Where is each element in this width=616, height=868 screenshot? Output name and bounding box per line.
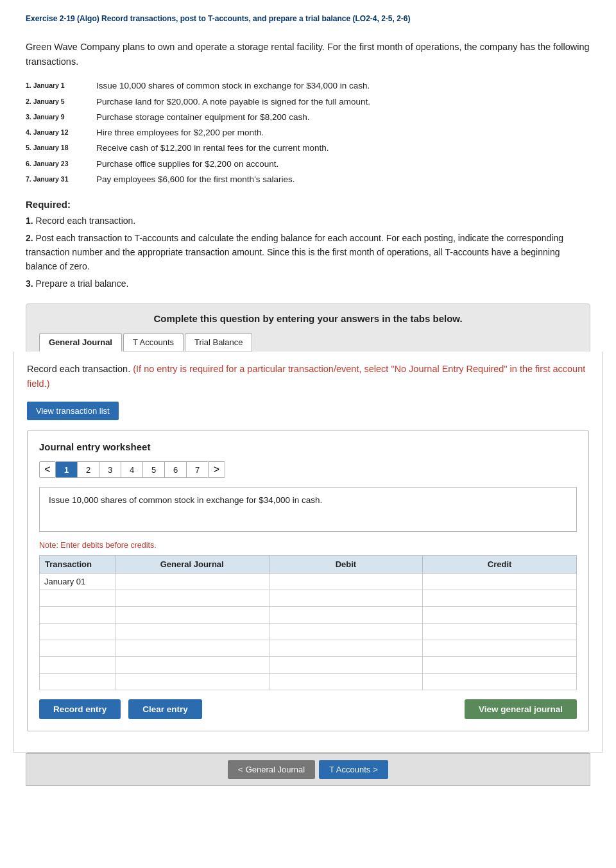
- general-journal-cell[interactable]: [115, 574, 269, 590]
- next-icon: >: [373, 765, 378, 774]
- tx-text: Receive cash of $12,200 in rental fees f…: [96, 142, 590, 155]
- transaction-date: January 01: [44, 577, 85, 586]
- table-row: [40, 624, 577, 640]
- debit-input[interactable]: [274, 577, 418, 586]
- question-box-title: Complete this question by entering your …: [39, 313, 577, 324]
- credit-input[interactable]: [427, 610, 572, 620]
- general-journal-cell[interactable]: [115, 624, 269, 640]
- credit-input[interactable]: [427, 577, 572, 586]
- nav-num-6[interactable]: 6: [165, 461, 187, 478]
- table-row: [40, 607, 577, 624]
- debit-cell[interactable]: [269, 657, 423, 674]
- nav-numbers: 1 2 3 4 5 6 7: [56, 461, 209, 478]
- problem-text: Green Wave Company plans to own and oper…: [26, 40, 590, 69]
- credit-cell[interactable]: [423, 657, 577, 674]
- general-journal-cell[interactable]: [115, 674, 269, 690]
- transaction-date-cell: [40, 640, 116, 657]
- credit-input[interactable]: [427, 677, 572, 686]
- debit-input[interactable]: [274, 677, 418, 686]
- debit-input[interactable]: [274, 627, 418, 636]
- nav-num-4[interactable]: 4: [121, 461, 143, 478]
- required-text: Record each transaction.: [36, 216, 136, 226]
- general-journal-input[interactable]: [120, 660, 264, 670]
- transaction-date-cell: [40, 624, 116, 640]
- col-header-general-journal: General Journal: [115, 556, 269, 574]
- required-num: 2.: [26, 233, 33, 243]
- nav-num-7[interactable]: 7: [187, 461, 209, 478]
- debit-input[interactable]: [274, 593, 418, 603]
- table-row: [40, 640, 577, 657]
- debit-cell[interactable]: [269, 640, 423, 657]
- credit-cell[interactable]: [423, 607, 577, 624]
- tx-text: Purchase storage container equipment for…: [96, 111, 590, 124]
- debit-cell[interactable]: [269, 674, 423, 690]
- general-journal-input[interactable]: [120, 577, 264, 586]
- general-journal-input[interactable]: [120, 610, 264, 620]
- debit-input[interactable]: [274, 643, 418, 653]
- general-journal-input[interactable]: [120, 593, 264, 603]
- nav-num-2[interactable]: 2: [78, 461, 99, 478]
- bottom-nav-bar: < General Journal T Accounts >: [26, 753, 590, 786]
- journal-table: Transaction General Journal Debit Credit…: [39, 555, 577, 690]
- instruction-text: Record each transaction. (If no entry is…: [27, 362, 589, 391]
- col-header-debit: Debit: [269, 556, 423, 574]
- nav-row: < 1 2 3 4 5 6 7 >: [39, 461, 577, 478]
- credit-input[interactable]: [427, 643, 572, 653]
- general-journal-input[interactable]: [120, 643, 264, 653]
- nav-num-5[interactable]: 5: [143, 461, 165, 478]
- credit-cell[interactable]: [423, 640, 577, 657]
- general-journal-cell[interactable]: [115, 590, 269, 607]
- general-journal-cell[interactable]: [115, 657, 269, 674]
- bottom-next-button[interactable]: T Accounts >: [319, 760, 388, 779]
- clear-entry-button[interactable]: Clear entry: [128, 699, 202, 719]
- record-entry-button[interactable]: Record entry: [39, 699, 121, 719]
- credit-cell[interactable]: [423, 574, 577, 590]
- view-general-journal-button[interactable]: View general journal: [465, 699, 577, 719]
- debit-input[interactable]: [274, 610, 418, 620]
- list-item: 6. January 23 Purchase office supplies f…: [26, 158, 590, 171]
- debit-cell[interactable]: [269, 624, 423, 640]
- nav-num-3[interactable]: 3: [99, 461, 121, 478]
- required-section: Required: 1. Record each transaction. 2.…: [26, 199, 590, 291]
- note-text: Note: Enter debits before credits.: [39, 541, 577, 550]
- table-row: [40, 590, 577, 607]
- prev-icon: <: [238, 765, 243, 774]
- col-header-credit: Credit: [423, 556, 577, 574]
- transaction-date-cell: January 01: [40, 574, 116, 590]
- credit-cell[interactable]: [423, 674, 577, 690]
- tx-text: Pay employees $6,600 for the first month…: [96, 173, 590, 186]
- table-row: January 01: [40, 574, 577, 590]
- list-item: 4. January 12 Hire three employees for $…: [26, 126, 590, 139]
- tx-label: 3. January 9: [26, 111, 96, 123]
- journal-worksheet-title: Journal entry worksheet: [39, 441, 577, 452]
- tab-general-journal[interactable]: General Journal: [39, 333, 122, 352]
- general-journal-input[interactable]: [120, 677, 264, 686]
- debit-input[interactable]: [274, 660, 418, 670]
- debit-cell[interactable]: [269, 574, 423, 590]
- tab-trial-balance[interactable]: Trial Balance: [185, 333, 252, 352]
- nav-prev-button[interactable]: <: [39, 461, 56, 478]
- tab-t-accounts[interactable]: T Accounts: [123, 333, 184, 352]
- general-journal-cell[interactable]: [115, 640, 269, 657]
- general-journal-input[interactable]: [120, 627, 264, 636]
- journal-worksheet: Journal entry worksheet < 1 2 3 4 5 6 7: [27, 430, 589, 731]
- general-journal-cell[interactable]: [115, 607, 269, 624]
- list-item: 2. January 5 Purchase land for $20,000. …: [26, 96, 590, 108]
- instruction-main: Record each transaction.: [27, 364, 130, 374]
- nav-num-1[interactable]: 1: [56, 461, 78, 478]
- credit-cell[interactable]: [423, 624, 577, 640]
- credit-input[interactable]: [427, 627, 572, 636]
- credit-cell[interactable]: [423, 590, 577, 607]
- bottom-prev-button[interactable]: < General Journal: [228, 760, 315, 779]
- tx-label: 6. January 23: [26, 158, 96, 169]
- view-transaction-list-button[interactable]: View transaction list: [27, 402, 119, 420]
- nav-next-button[interactable]: >: [209, 461, 225, 478]
- credit-input[interactable]: [427, 660, 572, 670]
- credit-input[interactable]: [427, 593, 572, 603]
- transactions-list: 1. January 1 Issue 10,000 shares of comm…: [26, 80, 590, 186]
- debit-cell[interactable]: [269, 590, 423, 607]
- tx-text: Issue 10,000 shares of common stock in e…: [96, 80, 590, 92]
- debit-cell[interactable]: [269, 607, 423, 624]
- list-item: 7. January 31 Pay employees $6,600 for t…: [26, 173, 590, 186]
- required-item: 1. Record each transaction.: [26, 214, 590, 228]
